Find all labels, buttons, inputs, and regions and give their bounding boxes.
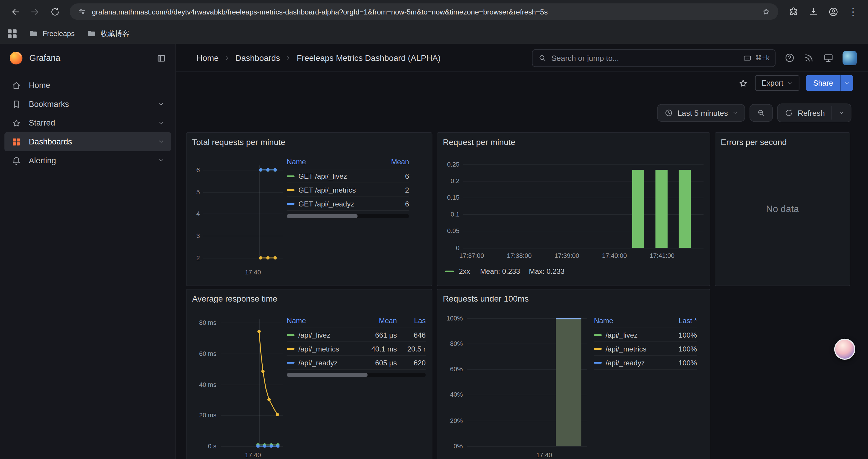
export-button[interactable]: Export bbox=[755, 75, 800, 91]
legend-row[interactable]: GET /api/_readyz6 bbox=[287, 197, 409, 211]
legend-column-header[interactable]: Name bbox=[287, 158, 382, 166]
chevron-down-icon[interactable] bbox=[158, 157, 164, 164]
site-info-icon[interactable] bbox=[78, 7, 86, 16]
gridline-h bbox=[463, 164, 704, 165]
y-axis-label: 0.2 bbox=[437, 177, 459, 186]
legend-header-row: NameMean bbox=[287, 155, 409, 169]
legend-scrollbar[interactable] bbox=[287, 214, 409, 218]
user-avatar[interactable] bbox=[843, 51, 857, 65]
browser-window: ⋮ Freeleaps 收藏博客 Grafana bbox=[0, 0, 868, 459]
breadcrumb: Home Dashboards Freeleaps Metrics Dashbo… bbox=[196, 53, 440, 63]
series-name[interactable]: 2xx bbox=[459, 267, 470, 275]
help-icon[interactable] bbox=[784, 53, 795, 63]
series-name[interactable]: GET /api/_metrics bbox=[299, 186, 356, 194]
time-range-picker[interactable]: Last 5 minutes bbox=[657, 104, 745, 122]
series-name[interactable]: /api/_livez bbox=[606, 331, 638, 339]
bookmark-folder-blog[interactable]: 收藏博客 bbox=[87, 28, 129, 38]
download-icon bbox=[808, 6, 819, 17]
scrollbar-thumb[interactable] bbox=[287, 373, 368, 377]
gridline-h bbox=[467, 446, 587, 447]
url-bar[interactable] bbox=[70, 3, 778, 20]
refresh-interval-dropdown[interactable] bbox=[832, 104, 851, 122]
legend-value: 661 µs bbox=[363, 331, 397, 339]
downloads-icon[interactable] bbox=[804, 2, 823, 21]
zoom-out-icon bbox=[756, 108, 766, 117]
favorite-star-icon[interactable] bbox=[738, 78, 749, 88]
x-axis-label: 17:38:00 bbox=[494, 252, 544, 259]
series-name[interactable]: /api/_readyz bbox=[606, 358, 645, 366]
chevron-down-icon[interactable] bbox=[158, 101, 164, 107]
share-dropdown-button[interactable] bbox=[840, 75, 853, 91]
legend-row[interactable]: /api/_readyz100% bbox=[594, 356, 697, 370]
floating-assistant-avatar[interactable] bbox=[834, 339, 855, 360]
bookmark-folder-freeleaps[interactable]: Freeleaps bbox=[29, 29, 74, 38]
rss-icon[interactable] bbox=[804, 53, 814, 63]
legend-column-header[interactable]: Name bbox=[287, 317, 363, 325]
legend-column-header[interactable]: Mean bbox=[382, 158, 409, 166]
refresh-button[interactable]: Refresh bbox=[778, 104, 831, 122]
legend-column-header[interactable]: Last * bbox=[664, 317, 697, 325]
apps-grid-icon[interactable] bbox=[8, 29, 17, 38]
sidebar-collapse-button[interactable] bbox=[156, 53, 167, 64]
legend-row[interactable]: /api/_metrics40.1 ms20.5 r bbox=[287, 342, 426, 356]
scrollbar-thumb[interactable] bbox=[287, 214, 358, 218]
legend-column-header[interactable]: Mean bbox=[363, 317, 397, 325]
chevron-down-icon[interactable] bbox=[158, 138, 164, 145]
brand-title[interactable]: Grafana bbox=[29, 53, 60, 63]
search-box[interactable]: ⌘+k bbox=[532, 49, 776, 67]
arrow-left-icon bbox=[10, 6, 20, 17]
sidebar-item-bookmarks[interactable]: Bookmarks bbox=[4, 95, 171, 113]
bookmark-star-icon[interactable] bbox=[762, 7, 771, 16]
forward-button[interactable] bbox=[25, 2, 44, 21]
x-axis-label: 17:40 bbox=[519, 452, 569, 458]
legend-row[interactable]: /api/_metrics100% bbox=[594, 342, 697, 356]
extensions-icon[interactable] bbox=[784, 2, 803, 21]
share-button[interactable]: Share bbox=[806, 75, 840, 91]
series-name[interactable]: /api/_metrics bbox=[299, 345, 339, 353]
browser-menu-button[interactable]: ⋮ bbox=[844, 2, 863, 21]
legend-column-header[interactable]: Name bbox=[594, 317, 663, 325]
series-name[interactable]: /api/_metrics bbox=[606, 345, 646, 353]
legend-row[interactable]: GET /api/_metrics2 bbox=[287, 183, 409, 197]
legend-value: 20.5 r bbox=[397, 345, 426, 353]
legend-scrollbar[interactable] bbox=[287, 373, 426, 377]
dashboards-grid-icon bbox=[11, 136, 22, 147]
chevron-down-icon[interactable] bbox=[158, 120, 164, 126]
legend-column-header[interactable]: Las bbox=[397, 317, 426, 325]
x-axis-label: 17:37:00 bbox=[447, 252, 497, 259]
series-name[interactable]: GET /api/_livez bbox=[299, 172, 347, 180]
breadcrumb-dashboards[interactable]: Dashboards bbox=[235, 53, 280, 63]
panel-legend: 2xx Mean: 0.233 Max: 0.233 bbox=[445, 267, 573, 275]
y-axis-label: 0% bbox=[437, 441, 463, 451]
legend-max: Max: 0.233 bbox=[529, 267, 565, 275]
sidebar-item-home[interactable]: Home bbox=[4, 76, 171, 95]
back-button[interactable] bbox=[6, 2, 25, 21]
y-axis-label: 60% bbox=[437, 365, 463, 374]
profile-icon[interactable] bbox=[824, 2, 843, 21]
series-name[interactable]: GET /api/_readyz bbox=[299, 199, 354, 208]
bar-under-100ms bbox=[556, 318, 581, 446]
display-icon[interactable] bbox=[823, 53, 834, 63]
sidebar-nav: Home Bookmarks Starred D bbox=[0, 72, 176, 170]
legend-row[interactable]: /api/_livez661 µs646 bbox=[287, 328, 426, 342]
sidebar-item-alerting[interactable]: Alerting bbox=[4, 151, 171, 170]
sidebar-item-starred[interactable]: Starred bbox=[4, 113, 171, 132]
legend-row[interactable]: GET /api/_livez6 bbox=[287, 169, 409, 183]
url-text[interactable] bbox=[92, 7, 756, 15]
grafana-logo-icon[interactable] bbox=[9, 51, 23, 65]
search-input[interactable] bbox=[551, 54, 738, 62]
series-name[interactable]: /api/_readyz bbox=[299, 358, 338, 366]
search-icon bbox=[538, 54, 547, 62]
legend-value: 646 bbox=[397, 331, 426, 339]
legend-row[interactable]: /api/_livez100% bbox=[594, 328, 697, 342]
sidebar-item-dashboards[interactable]: Dashboards bbox=[4, 132, 171, 151]
breadcrumb-home[interactable]: Home bbox=[196, 53, 219, 63]
series-name[interactable]: /api/_livez bbox=[299, 331, 330, 339]
user-circle-icon bbox=[828, 6, 838, 17]
reload-button[interactable] bbox=[45, 2, 64, 21]
home-icon bbox=[11, 80, 22, 91]
panel-legend: NameMeanGET /api/_livez6GET /api/_metric… bbox=[287, 155, 427, 218]
zoom-out-button[interactable] bbox=[749, 104, 773, 122]
breadcrumb-current[interactable]: Freeleaps Metrics Dashboard (ALPHA) bbox=[297, 53, 440, 63]
legend-row[interactable]: /api/_readyz605 µs620 bbox=[287, 356, 426, 370]
